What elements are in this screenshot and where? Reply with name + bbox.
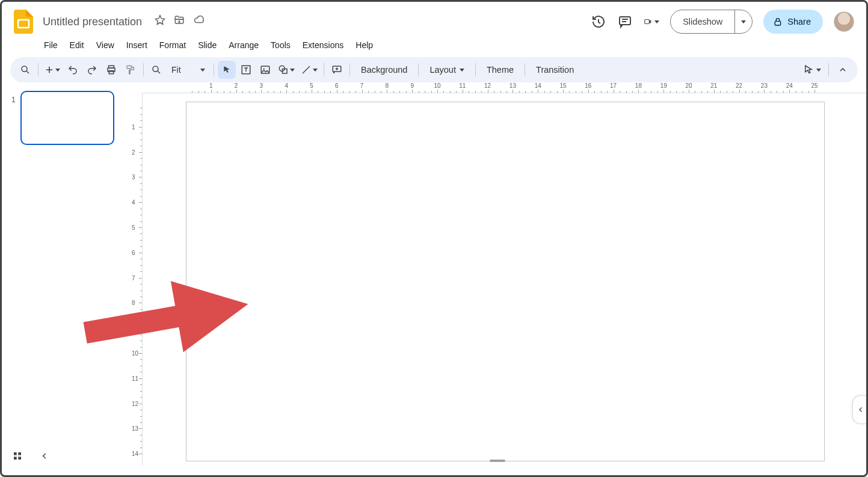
menu-slide[interactable]: Slide <box>193 38 221 52</box>
svg-rect-16 <box>14 452 17 455</box>
canvas-area: 1234567891011121314151617181920212223242… <box>128 82 866 466</box>
transition-button[interactable]: Transition <box>529 61 581 79</box>
zoom-select[interactable]: Fit <box>167 65 210 75</box>
vertical-ruler: 1234567891011121314 <box>128 93 143 466</box>
image-tool-button[interactable] <box>256 61 274 79</box>
svg-rect-18 <box>14 457 17 460</box>
slideshow-button-group: Slideshow <box>670 10 753 34</box>
search-menu-button[interactable] <box>16 61 34 79</box>
star-icon[interactable] <box>155 14 165 25</box>
toolbar: Fit Background Layout Theme Transition <box>10 57 858 82</box>
menu-insert[interactable]: Insert <box>122 38 152 52</box>
account-avatar[interactable] <box>834 11 854 32</box>
comments-icon[interactable] <box>617 14 633 29</box>
grid-view-icon[interactable] <box>13 451 22 461</box>
shape-tool-button[interactable] <box>275 61 297 79</box>
slide-canvas[interactable] <box>186 102 825 461</box>
comment-tool-button[interactable] <box>328 61 346 79</box>
speaker-notes-handle[interactable] <box>490 460 505 462</box>
horizontal-ruler: 1234567891011121314151617181920212223242… <box>143 82 866 93</box>
svg-point-4 <box>22 66 27 72</box>
layout-label: Layout <box>429 65 456 75</box>
chevron-down-icon <box>460 69 464 72</box>
layout-button[interactable]: Layout <box>422 61 472 79</box>
move-icon[interactable] <box>174 14 185 25</box>
svg-rect-3 <box>775 21 781 25</box>
textbox-tool-button[interactable] <box>237 61 255 79</box>
undo-button[interactable] <box>64 61 82 79</box>
filmstrip: 1 <box>2 82 128 466</box>
svg-rect-19 <box>18 457 21 460</box>
pointer-mode-button[interactable] <box>801 61 823 79</box>
print-button[interactable] <box>102 61 120 79</box>
chevron-down-icon <box>200 69 205 72</box>
slide-thumbnail-row[interactable]: 1 <box>11 91 122 145</box>
menu-extensions[interactable]: Extensions <box>298 38 348 52</box>
menu-file[interactable]: File <box>39 38 63 52</box>
meet-icon[interactable] <box>644 14 659 29</box>
lock-icon <box>773 16 783 27</box>
paint-format-button[interactable] <box>122 61 140 79</box>
svg-point-12 <box>263 68 265 69</box>
zoom-value: Fit <box>171 65 181 75</box>
chevron-down-icon <box>290 69 295 72</box>
side-panel-toggle[interactable] <box>852 395 868 424</box>
slideshow-button[interactable]: Slideshow <box>671 10 734 33</box>
svg-rect-2 <box>645 20 650 24</box>
menu-format[interactable]: Format <box>155 38 191 52</box>
history-icon[interactable] <box>591 14 606 29</box>
chevron-down-icon <box>313 69 318 72</box>
menu-arrange[interactable]: Arrange <box>224 38 263 52</box>
share-button[interactable]: Share <box>763 10 823 34</box>
slides-app-icon[interactable] <box>11 10 35 34</box>
menu-view[interactable]: View <box>91 38 119 52</box>
svg-point-9 <box>153 66 158 72</box>
redo-button[interactable] <box>83 61 101 79</box>
new-slide-button[interactable] <box>42 61 63 79</box>
collapse-filmstrip-icon[interactable] <box>40 452 49 460</box>
menu-help[interactable]: Help <box>351 38 378 52</box>
svg-rect-17 <box>18 452 21 455</box>
chevron-down-icon <box>654 20 659 23</box>
document-title[interactable]: Untitled presentation <box>40 14 144 29</box>
chevron-down-icon <box>55 69 60 72</box>
svg-rect-1 <box>620 17 630 25</box>
select-tool-button[interactable] <box>218 61 236 79</box>
cloud-status-icon[interactable] <box>193 14 204 25</box>
line-tool-button[interactable] <box>298 61 320 79</box>
zoom-button[interactable] <box>147 61 165 79</box>
slideshow-options-button[interactable] <box>734 10 752 33</box>
menu-bar: File Edit View Insert Format Slide Arran… <box>2 38 866 56</box>
slide-thumbnail[interactable] <box>20 91 114 145</box>
theme-button[interactable]: Theme <box>479 61 521 79</box>
svg-rect-8 <box>127 66 132 69</box>
background-button[interactable]: Background <box>354 61 414 79</box>
slide-number: 1 <box>11 91 16 104</box>
menu-edit[interactable]: Edit <box>65 38 89 52</box>
collapse-toolbar-button[interactable] <box>834 61 852 79</box>
share-label: Share <box>787 17 811 26</box>
menu-tools[interactable]: Tools <box>266 38 295 52</box>
chevron-down-icon <box>816 69 821 72</box>
chevron-down-icon <box>741 20 746 23</box>
